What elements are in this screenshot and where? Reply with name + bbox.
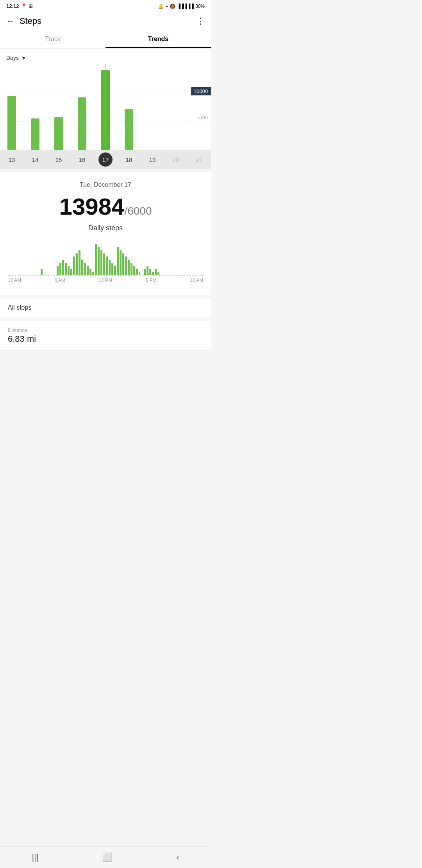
hourly-bar [144, 269, 146, 275]
bar-item [117, 64, 141, 150]
distance-row: Distance 6.83 mi [0, 321, 211, 351]
hourly-bar [109, 260, 111, 275]
location-icon: 📍 [21, 3, 27, 9]
hourly-bar [92, 272, 94, 275]
hourly-bar [117, 247, 119, 275]
hourly-time-label: 12 PM [98, 278, 112, 283]
hourly-bar [89, 269, 91, 275]
bar-chart[interactable]: 100005000 [0, 64, 211, 150]
hourly-bar [139, 272, 141, 275]
status-bar: 12:12 📍 ⊞ 🔔 ⌁ 🔕 ▐▐▐▐▐ 30% [0, 0, 211, 12]
header: ← Steps ⋮ [0, 12, 211, 30]
x-label: 19 [141, 150, 164, 169]
hourly-bar [131, 263, 132, 275]
hourly-bar [149, 269, 151, 275]
period-selector[interactable]: Days ▼ [0, 53, 211, 64]
period-label: Days [6, 55, 19, 61]
hourly-bar [95, 244, 97, 275]
hourly-bar [122, 253, 124, 275]
tab-trends[interactable]: Trends [106, 30, 211, 48]
hourly-bar [157, 272, 159, 275]
status-right: 🔔 ⌁ 🔕 ▐▐▐▐▐ 30% [158, 4, 205, 9]
hourly-bar [68, 266, 70, 275]
x-label: 14 [23, 150, 47, 169]
detail-section: Tue, December 17 13984/6000 Daily steps … [0, 172, 211, 295]
hourly-bar [128, 260, 130, 275]
distance-value: 6.83 mi [8, 334, 203, 344]
status-left: 12:12 📍 ⊞ [6, 3, 33, 9]
hourly-bar [87, 266, 89, 275]
alarm-icon: 🔔 [158, 4, 164, 9]
hourly-bar [114, 266, 116, 275]
back-button[interactable]: ← [6, 16, 15, 26]
hourly-chart: 12 AM6 AM12 PM6 PM12 AM [6, 240, 205, 287]
bluetooth-icon: ⌁ [165, 4, 168, 9]
hourly-bar [106, 256, 108, 275]
bar-item [47, 64, 70, 150]
all-steps-row: All steps [0, 298, 211, 318]
hourly-bar [100, 250, 102, 275]
stats-section: Distance 6.83 mi [0, 321, 211, 351]
x-label: 18 [117, 150, 141, 169]
page-title: Steps [20, 16, 41, 26]
hourly-bar [98, 247, 100, 275]
hourly-bar [111, 263, 113, 275]
hourly-bar [41, 269, 43, 275]
hourly-bar [103, 253, 105, 275]
distance-label: Distance [8, 327, 203, 333]
hourly-bar [155, 269, 157, 275]
chevron-down-icon: ▼ [21, 55, 27, 61]
hourly-time-label: 6 AM [55, 278, 65, 283]
hourly-bar [79, 250, 80, 275]
hourly-bar [76, 253, 78, 275]
bar-item [164, 64, 188, 150]
hourly-bar [147, 266, 148, 275]
hourly-time-label: 12 AM [8, 278, 21, 283]
signal-icon: ▐▐▐▐▐ [177, 4, 194, 9]
x-label: 21 [188, 150, 211, 169]
hourly-bar [120, 250, 122, 275]
tabs: Track Trends [0, 30, 211, 48]
hourly-bar [84, 263, 86, 275]
hourly-bar [125, 256, 127, 275]
header-left: ← Steps [6, 16, 41, 26]
x-axis: 131415161718192021 [0, 150, 211, 169]
mute-icon: 🔕 [170, 4, 175, 9]
hourly-time-label: 6 PM [145, 278, 156, 283]
steps-goal: /6000 [124, 205, 152, 217]
hourly-bar [136, 269, 138, 275]
steps-display: 13984/6000 [6, 193, 205, 220]
hourly-bars [6, 240, 205, 275]
hourly-bar [133, 266, 135, 275]
x-label: 20 [164, 150, 188, 169]
hourly-bar [65, 263, 67, 275]
hourly-bar [62, 260, 64, 275]
chart-container: Days ▼ 100005000 131415161718192021 [0, 48, 211, 169]
hourly-bar [152, 272, 154, 275]
bar-item [141, 64, 164, 150]
x-label: 17 [94, 150, 117, 169]
hourly-bar [57, 266, 59, 275]
hourly-bar [81, 260, 83, 275]
time: 12:12 [6, 3, 19, 9]
bar-item [23, 64, 47, 150]
selected-x-label: 17 [98, 152, 113, 167]
x-label: 13 [0, 150, 23, 169]
grid-icon: ⊞ [29, 3, 33, 9]
battery: 30% [195, 4, 205, 9]
hourly-axis: 12 AM6 AM12 PM6 PM12 AM [6, 276, 205, 285]
selected-date: Tue, December 17 [6, 181, 205, 188]
x-label: 15 [47, 150, 70, 169]
hourly-bar [73, 256, 75, 275]
menu-button[interactable]: ⋮ [196, 16, 205, 26]
selected-bar-line [106, 64, 106, 150]
hourly-bar [59, 263, 61, 275]
all-steps-label: All steps [8, 304, 203, 311]
bar-item [0, 64, 23, 150]
hourly-bar [70, 269, 72, 275]
tab-track[interactable]: Track [0, 30, 106, 48]
steps-label: Daily steps [6, 224, 205, 232]
x-label: 16 [70, 150, 94, 169]
bar-item [188, 64, 211, 150]
hourly-time-label: 12 AM [190, 278, 203, 283]
